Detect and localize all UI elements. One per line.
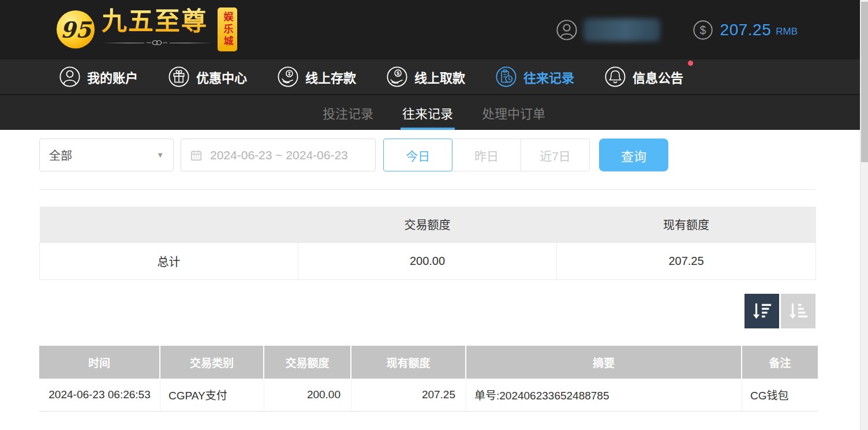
summary-table: 交易额度 现有额度 总计 200.00 207.25 (39, 207, 816, 280)
logo-flourish-ornament (102, 38, 212, 47)
nav-item-label: 线上取款 (414, 68, 465, 86)
query-button[interactable]: 查询 (599, 139, 668, 171)
summary-col-transaction-amount: 交易额度 (298, 207, 557, 242)
summary-header-row: 交易额度 现有额度 (40, 207, 816, 242)
logo-subtitle-badge: 娱乐城 (218, 8, 237, 51)
table-row: 2024-06-23 06:26:53 CGPAY支付 200.00 207.2… (39, 379, 818, 412)
main-navbar: 我的账户 优惠中心 线上存款 $ 线上取款 (0, 59, 868, 95)
summary-total-label: 总计 (40, 242, 298, 279)
user-circle-icon (59, 66, 81, 88)
sort-descending-button[interactable] (744, 294, 779, 328)
nav-item-label: 优惠中心 (196, 68, 247, 86)
logo-main: 九五至尊 (102, 5, 212, 47)
nav-item-withdraw[interactable]: $ 线上取款 (386, 66, 465, 88)
tab-label: 处理中订单 (482, 103, 545, 122)
gift-icon (168, 66, 190, 88)
notification-dot-badge (688, 61, 693, 66)
summary-total-transaction-amount: 200.00 (298, 242, 557, 279)
records-table: 时间 交易类别 交易额度 现有额度 摘要 备注 2024-06-23 06:26… (39, 346, 818, 412)
query-button-label: 查询 (621, 146, 646, 164)
records-header-row: 时间 交易类别 交易额度 现有额度 摘要 备注 (39, 346, 818, 379)
record-type: CGPAY支付 (160, 379, 264, 412)
sort-ascending-button[interactable] (781, 294, 815, 328)
nav-item-label: 往来记录 (523, 68, 574, 86)
type-filter-select[interactable]: 全部 ▼ (39, 139, 174, 171)
top-banner: 95 九五至尊 娱乐城 $ (0, 0, 868, 59)
summary-total-row: 总计 200.00 207.25 (40, 242, 816, 279)
nav-item-my-account[interactable]: 我的账户 (59, 66, 138, 88)
balance-amount: 207.25 (720, 21, 772, 39)
clipboard-clock-icon (495, 66, 517, 88)
record-summary: 单号:202406233652488785 (466, 379, 742, 412)
records-col-summary: 摘要 (466, 346, 742, 379)
records-col-current-balance: 现有额度 (351, 346, 466, 379)
tab-transaction-records[interactable]: 往来记录 (401, 95, 454, 130)
sort-ascending-icon (787, 300, 809, 322)
tab-processing-orders[interactable]: 处理中订单 (481, 95, 547, 130)
username-redacted[interactable] (583, 18, 660, 42)
records-col-remark: 备注 (742, 346, 818, 379)
dollar-coin-icon: $ (693, 20, 713, 40)
type-filter-value: 全部 (49, 147, 72, 163)
record-time: 2024-06-23 06:26:53 (39, 379, 160, 412)
balance-widget[interactable]: $ 207.25 RMB (693, 20, 798, 40)
deposit-hand-coin-icon (277, 66, 299, 88)
tab-label: 投注记录 (323, 103, 373, 122)
chevron-down-icon: ▼ (156, 151, 164, 159)
vertical-scrollbar[interactable] (860, 0, 868, 430)
filter-row: 全部 ▼ 2024-06-23 ~ 2024-06-23 今日 昨日 近7日 (39, 139, 868, 171)
nav-item-label: 信息公告 (633, 68, 683, 86)
svg-text:$: $ (396, 70, 400, 76)
records-col-transaction-amount: 交易额度 (264, 346, 351, 379)
summary-total-current-balance: 207.25 (557, 242, 816, 279)
range-label: 近7日 (540, 147, 571, 164)
summary-col-empty (40, 207, 298, 242)
calendar-icon (190, 149, 203, 162)
nav-item-promotions[interactable]: 优惠中心 (168, 66, 247, 88)
logo-monogram: 95 (61, 17, 91, 43)
logo-subtitle: 娱乐城 (220, 12, 235, 48)
range-last7days-button[interactable]: 近7日 (521, 139, 590, 171)
withdraw-hand-coin-icon: $ (386, 66, 408, 88)
date-range-value: 2024-06-23 ~ 2024-06-23 (210, 148, 348, 162)
swirl-ornament-icon (144, 39, 170, 47)
main-content: 全部 ▼ 2024-06-23 ~ 2024-06-23 今日 昨日 近7日 (0, 130, 868, 412)
scrollbar-thumb[interactable] (861, 2, 868, 162)
nav-item-deposit[interactable]: 线上存款 (277, 66, 356, 88)
bell-icon (604, 66, 626, 88)
range-label: 昨日 (474, 147, 499, 164)
record-transaction-amount: 200.00 (264, 379, 351, 412)
date-range-input[interactable]: 2024-06-23 ~ 2024-06-23 (181, 139, 376, 171)
balance-currency: RMB (776, 26, 798, 38)
summary-col-current-balance: 现有额度 (557, 207, 816, 242)
record-remark: CG钱包 (742, 379, 818, 412)
record-subtabs: 投注记录 往来记录 处理中订单 (0, 95, 868, 130)
logo-title: 九五至尊 (102, 5, 212, 37)
range-yesterday-button[interactable]: 昨日 (452, 139, 521, 171)
tab-label: 往来记录 (402, 103, 453, 122)
nav-item-label: 线上存款 (305, 68, 356, 86)
brand-logo[interactable]: 95 九五至尊 娱乐城 (57, 5, 237, 51)
nav-item-transaction-records[interactable]: 往来记录 (495, 66, 574, 88)
range-label: 今日 (406, 147, 430, 164)
tab-betting-records[interactable]: 投注记录 (321, 95, 375, 130)
section-divider (39, 189, 815, 190)
record-current-balance: 207.25 (351, 379, 466, 412)
topbar-user-area: $ 207.25 RMB (556, 0, 798, 59)
nav-item-announcements[interactable]: 信息公告 (604, 66, 683, 88)
sort-descending-icon (751, 300, 773, 322)
range-today-button[interactable]: 今日 (383, 139, 452, 171)
sort-controls (39, 294, 815, 328)
quick-range-group: 今日 昨日 近7日 (383, 139, 590, 171)
logo-monogram-badge: 95 (57, 10, 95, 48)
avatar-icon[interactable] (556, 19, 578, 41)
nav-item-label: 我的账户 (87, 68, 138, 86)
records-col-time: 时间 (39, 346, 160, 379)
records-col-type: 交易类别 (160, 346, 264, 379)
svg-text:$: $ (699, 23, 706, 36)
